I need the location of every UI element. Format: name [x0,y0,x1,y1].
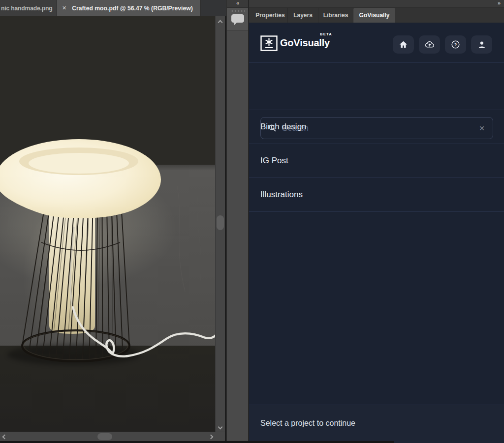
panel-tab-bar: Properties Layers Libraries GoVisually [249,8,504,23]
brand-name: GoVisually [280,37,330,49]
govisually-header: GoVisually BETA ? [249,23,504,63]
vertical-scrollbar[interactable] [215,16,225,432]
tab-libraries[interactable]: Libraries [318,8,353,23]
lamp-photo [0,16,215,432]
project-item-illustrations[interactable]: Illustrations [249,178,504,212]
search-section: ✕ [249,63,504,110]
document-tab-handmade[interactable]: nic handmade.png [0,0,57,16]
photoshop-window: nic handmade.png ✕ Crafted moo.pdf @ 56.… [0,0,504,443]
right-panel: » Properties Layers Libraries GoVisually [249,0,504,443]
project-item-ig-post[interactable]: IG Post [249,144,504,178]
account-button[interactable] [471,35,492,54]
tab-properties[interactable]: Properties [253,8,288,23]
comment-bubble-icon[interactable] [231,14,245,26]
project-name: Illustrations [260,190,303,200]
govisually-panel: GoVisually BETA ? [249,23,504,443]
upload-button[interactable] [419,35,440,54]
document-tab-bar: nic handmade.png ✕ Crafted moo.pdf @ 56.… [0,0,226,16]
expand-panel-bar[interactable]: » [249,0,504,8]
comment-tool-section[interactable] [227,8,248,30]
cloud-upload-icon [425,41,435,48]
document-tab-label: Crafted moo.pdf @ 56.47 % (RGB/Preview) [72,5,193,12]
scroll-down-icon[interactable] [217,423,223,430]
collapse-panel-bar[interactable]: « [227,0,248,8]
project-name: Birch design [260,122,307,132]
scroll-left-icon[interactable] [1,433,8,440]
footer-hint: Select a project to continue [260,419,355,428]
tab-layers[interactable]: Layers [288,8,318,23]
govisually-footer: Select a project to continue [249,405,504,443]
document-tab-crafted-moo[interactable]: ✕ Crafted moo.pdf @ 56.47 % (RGB/Preview… [57,0,201,16]
govisually-logo-icon [260,35,278,51]
project-item-birch-design[interactable]: Birch design [249,110,504,144]
vertical-scrollbar-thumb[interactable] [217,215,224,230]
user-icon [478,41,486,49]
collapse-icon[interactable]: « [236,0,239,6]
document-tab-label: nic handmade.png [1,5,52,12]
side-tool-strip: « [226,0,249,443]
expand-icon[interactable]: » [498,0,500,6]
home-icon [399,41,408,48]
project-name: IG Post [260,156,288,166]
horizontal-scrollbar-thumb[interactable] [97,433,112,440]
panel-grip [231,10,245,12]
close-icon[interactable]: ✕ [62,5,66,11]
horizontal-scrollbar[interactable] [0,432,225,441]
window-bottom-edge [0,441,394,443]
tab-govisually[interactable]: GoVisually [353,8,395,23]
beta-badge: BETA [320,32,332,36]
scroll-up-icon[interactable] [217,19,223,26]
canvas-viewport[interactable] [0,16,215,432]
scroll-right-icon[interactable] [207,433,214,440]
help-icon: ? [451,40,460,49]
home-button[interactable] [393,35,414,54]
help-button[interactable]: ? [445,35,466,54]
svg-text:?: ? [454,42,457,47]
